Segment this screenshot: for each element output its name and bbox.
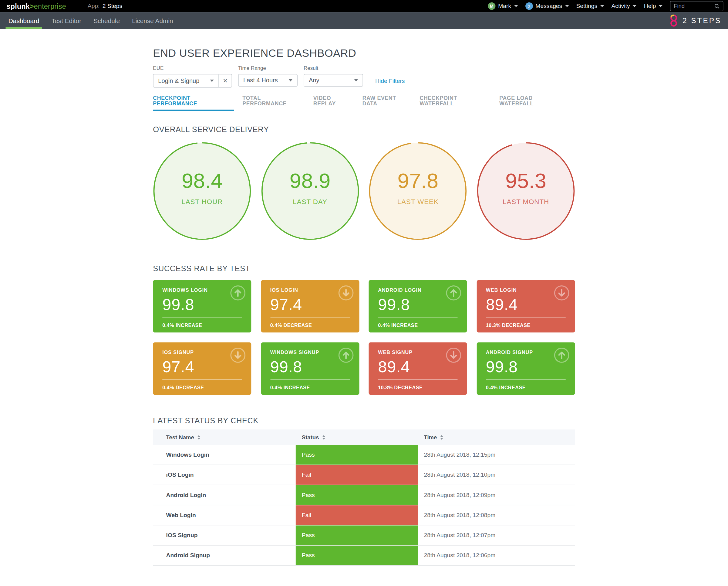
success-rate-card: WEB SIGNUP 89.4 10.3% DECREASE: [368, 342, 467, 395]
success-rate-card: IOS SIGNUP 97.4 0.4% DECREASE: [153, 342, 251, 395]
search-input[interactable]: Find: [670, 1, 724, 11]
app-nav-bar: DashboardTest EditorScheduleLicense Admi…: [0, 12, 728, 29]
success-rate-card: WINDOWS LOGIN 99.8 0.4% INCREASE: [153, 280, 251, 333]
user-name: Mark: [498, 3, 511, 9]
gauge-value: 97.8: [369, 169, 467, 192]
sort-icon: [198, 435, 200, 439]
card-change-label: 0.4% INCREASE: [270, 384, 350, 390]
splunk-logo-enterprise: enterprise: [34, 2, 66, 10]
tab[interactable]: VIDEO REPLAY: [313, 95, 354, 111]
card-divider: [378, 379, 458, 380]
success-rate-cards: WINDOWS LOGIN 99.8 0.4% INCREASE IOS LOG…: [153, 280, 575, 395]
tab[interactable]: RAW EVENT DATA: [363, 95, 411, 111]
eue-select-value: Login & Signup: [158, 77, 199, 84]
settings-label: Settings: [576, 3, 598, 9]
card-change-label: 0.4% INCREASE: [162, 322, 242, 328]
tab[interactable]: CHECKPOINT WATERFALL: [420, 95, 491, 111]
splunk-top-bar: splunk>enterprise App: 2 Steps M Mark 2 …: [0, 0, 728, 12]
card-divider: [486, 379, 565, 380]
card-change-label: 0.4% DECREASE: [270, 322, 350, 328]
chevron-down-icon: [514, 5, 518, 7]
time-cell: 28th August 2018, 12:09pm: [418, 485, 575, 505]
settings-menu[interactable]: Settings: [576, 3, 604, 9]
time-cell: 28th August 2018, 12:10pm: [418, 465, 575, 485]
page-title: END USER EXPERIENCE DASHBOARD: [153, 47, 575, 59]
latest-status-table: Test Name Status Time Windows Login Pass…: [153, 429, 575, 566]
sort-icon: [440, 435, 443, 439]
sort-icon: [322, 435, 325, 439]
eue-clear-button[interactable]: ✕: [218, 74, 231, 87]
gauge-label: LAST MONTH: [477, 198, 575, 205]
column-header-test-name[interactable]: Test Name: [153, 434, 295, 441]
trend-arrow-icon: [230, 347, 246, 363]
eue-filter: EUE Login & Signup ✕: [153, 65, 232, 88]
trend-arrow-icon: [553, 347, 570, 363]
app-name[interactable]: 2 Steps: [103, 3, 122, 9]
column-header-time[interactable]: Time: [418, 434, 575, 441]
nav-items: DashboardTest EditorScheduleLicense Admi…: [6, 12, 183, 29]
splunk-logo-text: splunk: [7, 2, 30, 10]
column-label: Test Name: [166, 434, 194, 441]
table-header: Test Name Status Time: [153, 429, 575, 445]
hide-filters-link[interactable]: Hide Filters: [375, 78, 405, 84]
chevron-down-icon: [289, 79, 292, 82]
service-delivery-gauge: 98.9 LAST DAY: [261, 142, 359, 240]
gauge-label: LAST WEEK: [369, 198, 467, 205]
messages-menu[interactable]: 2 Messages: [525, 2, 568, 10]
gauge-value: 98.9: [261, 169, 359, 192]
service-delivery-gauge: 98.4 LAST HOUR: [153, 142, 251, 240]
nav-item[interactable]: Schedule: [91, 12, 123, 29]
tab[interactable]: PAGE LOAD WATERFALL: [499, 95, 567, 111]
test-name-cell: iOS Login: [153, 465, 295, 485]
success-rate-card: WINDOWS SIGNUP 99.8 0.4% INCREASE: [261, 342, 359, 395]
status-table-row: Android Login Pass 28th August 2018, 12:…: [153, 485, 575, 505]
activity-menu[interactable]: Activity: [611, 3, 636, 9]
latest-status-heading: LATEST STATUS BY CHECK: [153, 416, 575, 425]
card-divider: [486, 317, 565, 318]
help-menu[interactable]: Help: [644, 3, 662, 9]
gauge-value: 98.4: [153, 169, 251, 192]
dashboard-content: END USER EXPERIENCE DASHBOARD EUE Login …: [153, 47, 575, 566]
gauge-label: LAST HOUR: [153, 198, 251, 205]
tab[interactable]: TOTAL PERFORMANCE: [242, 95, 305, 111]
time-range-value: Last 4 Hours: [243, 77, 278, 84]
column-label: Status: [302, 434, 319, 441]
result-value: Any: [309, 77, 319, 84]
test-name-cell: Android Signup: [153, 546, 295, 565]
card-change-label: 0.4% INCREASE: [486, 384, 565, 390]
status-cell: Pass: [296, 485, 418, 505]
time-cell: 28th August 2018, 12:08pm: [418, 505, 575, 525]
app-label: App:: [88, 3, 100, 9]
time-cell: 28th August 2018, 12:15pm: [418, 445, 575, 465]
nav-item[interactable]: Dashboard: [6, 12, 42, 29]
service-delivery-gauge: 95.3 LAST MONTH: [477, 142, 575, 240]
column-label: Time: [424, 434, 437, 441]
result-select[interactable]: Any: [304, 74, 363, 87]
help-label: Help: [644, 3, 656, 9]
nav-item[interactable]: License Admin: [129, 12, 176, 29]
success-rate-card: WEB LOGIN 89.4 10.3% DECREASE: [476, 280, 575, 333]
search-icon: [714, 4, 720, 9]
time-range-filter: Time Range Last 4 Hours: [238, 65, 297, 87]
gauge-value: 95.3: [477, 169, 575, 192]
eue-select[interactable]: Login & Signup: [154, 74, 218, 87]
user-menu[interactable]: M Mark: [488, 2, 518, 10]
column-header-status[interactable]: Status: [296, 434, 418, 441]
chevron-down-icon: [210, 79, 214, 82]
result-filter: Result Any: [304, 65, 363, 87]
test-name-cell: Web Login: [153, 505, 295, 525]
tab[interactable]: CHECKPOINT PERFORMANCE: [153, 95, 234, 111]
time-range-select[interactable]: Last 4 Hours: [238, 74, 297, 87]
chevron-down-icon: [659, 5, 662, 7]
success-rate-card: ANDROID SIGNUP 99.8 0.4% INCREASE: [476, 342, 575, 395]
topbar-menus: M Mark 2 Messages Settings Activity Help: [488, 1, 723, 11]
card-change-label: 0.4% DECREASE: [162, 384, 242, 390]
splunk-logo[interactable]: splunk>enterprise: [7, 2, 66, 10]
nav-item[interactable]: Test Editor: [49, 12, 84, 29]
service-delivery-gauges: 98.4 LAST HOUR 98.9 LAST DAY 97.8 LAST W…: [153, 142, 575, 240]
test-name-cell: iOS Signup: [153, 526, 295, 545]
messages-label: Messages: [536, 3, 562, 9]
status-cell: Fail: [296, 505, 418, 525]
time-cell: 28th August 2018, 12:06pm: [418, 546, 575, 565]
card-divider: [162, 317, 242, 318]
